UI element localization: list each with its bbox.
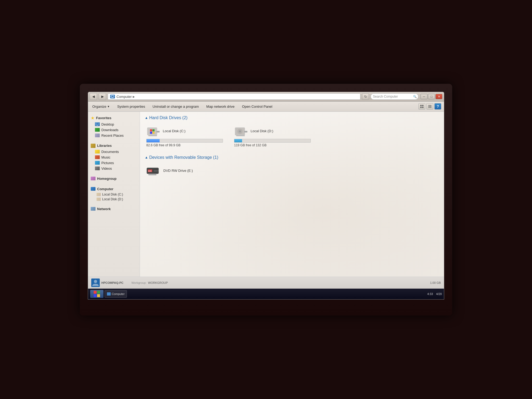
network-label: Network [97, 207, 111, 211]
computer-info-bar: HPCOMPAQ-PC Workgroup: WORKGROUP 1.00 GB [88, 277, 444, 289]
network-icon [91, 207, 95, 211]
computer-nav-label: Computer [97, 187, 113, 191]
local-c-label: Local Disk (C:) [102, 193, 123, 196]
sidebar-subitem-local-d[interactable]: Local Disk (D:) [88, 197, 140, 202]
sidebar: ★ Favorites Desktop [88, 112, 140, 277]
libraries-header[interactable]: Libraries [88, 143, 140, 149]
downloads-icon [95, 128, 100, 132]
local-c-icon [97, 193, 101, 196]
favorites-header[interactable]: ★ Favorites [88, 114, 140, 122]
drive-c-label: Local Disk (C:) [163, 129, 185, 133]
recent-label: Recent Places [101, 134, 124, 138]
minimize-button[interactable]: ─ [421, 94, 427, 99]
svg-rect-23 [236, 135, 245, 136]
downloads-label: Downloads [101, 128, 118, 132]
svg-point-34 [94, 280, 97, 283]
libraries-icon [91, 144, 95, 148]
pictures-icon [95, 161, 100, 165]
sidebar-item-documents[interactable]: Documents [88, 149, 140, 155]
sidebar-computer-section: Computer Local Disk (C:) Local Disk (D:) [88, 186, 140, 202]
libraries-label: Libraries [97, 144, 112, 148]
svg-rect-9 [96, 123, 99, 125]
svg-rect-16 [152, 132, 155, 134]
sidebar-subitem-local-c[interactable]: Local Disk (C:) [88, 192, 140, 197]
system-properties-button[interactable]: System properties [116, 104, 147, 109]
breadcrumb-computer[interactable]: Computer [117, 95, 132, 99]
svg-rect-32 [148, 174, 156, 175]
computer-name: HPCOMPAQ-PC [101, 281, 123, 284]
music-icon [95, 155, 100, 159]
drive-c-item[interactable]: Local Disk (C:) 82.6 GB free of 99.9 GB [145, 124, 225, 149]
help-button[interactable]: ? [434, 103, 441, 110]
drive-c-bar [146, 139, 223, 143]
back-button[interactable]: ◀ [90, 93, 97, 100]
start-button[interactable] [90, 290, 103, 298]
sidebar-libraries-section: Libraries Documents Music Pictures [88, 143, 140, 171]
favorites-star-icon: ★ [91, 115, 94, 120]
sidebar-item-desktop[interactable]: Desktop [88, 122, 140, 127]
svg-rect-10 [97, 125, 98, 126]
taskbar: Computer 4:33 4/20 [88, 289, 444, 299]
local-d-icon [97, 198, 101, 201]
desktop-icon [95, 122, 100, 126]
svg-rect-3 [422, 105, 423, 106]
svg-rect-12 [148, 128, 156, 135]
sidebar-item-videos[interactable]: Videos [88, 166, 140, 171]
taskbar-date: 4/20 [436, 292, 442, 296]
drive-d-item[interactable]: Local Disk (D:) 119 GB free of 132 GB [232, 124, 312, 149]
dvd-drive-item[interactable]: DVD DVD RW Drive (E:) [145, 164, 214, 178]
pictures-label: Pictures [101, 161, 114, 165]
user-info: HPCOMPAQ-PC [91, 279, 123, 287]
sidebar-homegroup-section: Homegroup [88, 176, 140, 182]
close-button[interactable]: ✕ [435, 94, 442, 99]
sidebar-item-downloads[interactable]: Downloads [88, 127, 140, 133]
drive-d-fill [234, 139, 242, 142]
svg-rect-4 [420, 107, 422, 108]
map-network-button[interactable]: Map network drive [205, 104, 236, 109]
workgroup-info: Workgroup: WORKGROUP [131, 281, 168, 284]
open-control-panel-button[interactable]: Open Control Panel [240, 104, 274, 109]
search-input[interactable]: Search Computer [371, 93, 418, 100]
svg-rect-35 [94, 291, 97, 294]
drive-c-header: Local Disk (C:) [146, 126, 223, 137]
monitor-bezel: ◀ ▶ Computer ▶ ↻ [80, 84, 452, 315]
organize-button[interactable]: Organize ▼ [91, 104, 111, 109]
network-header[interactable]: Network [88, 206, 140, 212]
search-icon: 🔍 [413, 95, 417, 98]
uninstall-button[interactable]: Uninstall or change a program [151, 104, 200, 109]
svg-rect-0 [111, 95, 114, 97]
forward-button[interactable]: ▶ [99, 93, 106, 100]
maximize-button[interactable]: □ [428, 94, 435, 99]
svg-point-22 [239, 130, 241, 132]
title-bar-left: ◀ ▶ Computer ▶ ↻ [90, 93, 418, 100]
sidebar-item-recent[interactable]: Recent Places [88, 133, 140, 138]
music-label: Music [101, 155, 110, 159]
dvd-drive-icon: DVD [146, 165, 160, 176]
svg-rect-6 [428, 105, 431, 106]
toolbar-right: ? [418, 103, 441, 110]
hard-drives-header: ▲ Hard Disk Drives (2) [145, 115, 439, 120]
taskbar-explorer-item[interactable]: Computer [105, 290, 127, 298]
address-bar[interactable]: Computer ▶ [108, 93, 360, 100]
favorites-label: Favorites [96, 116, 111, 120]
search-placeholder: Search Computer [373, 95, 398, 98]
svg-rect-2 [420, 105, 422, 106]
view-options-button[interactable] [418, 103, 425, 110]
computer-header[interactable]: Computer [88, 186, 140, 192]
svg-rect-29 [154, 170, 157, 171]
taskbar-explorer-icon [107, 292, 111, 296]
svg-rect-15 [150, 132, 152, 134]
sidebar-item-pictures[interactable]: Pictures [88, 160, 140, 166]
taskbar-time: 4:33 [427, 292, 433, 296]
view-details-button[interactable] [426, 103, 433, 110]
desktop-label: Desktop [101, 122, 114, 126]
breadcrumb-arrow: ▶ [133, 95, 135, 98]
refresh-button[interactable]: ↻ [362, 93, 369, 100]
sidebar-favorites-section: ★ Favorites Desktop [88, 114, 140, 138]
taskbar-explorer-label: Computer [112, 292, 124, 296]
documents-label: Documents [101, 150, 119, 154]
sidebar-item-music[interactable]: Music [88, 155, 140, 160]
homegroup-header[interactable]: Homegroup [88, 176, 140, 182]
homegroup-label: Homegroup [97, 177, 117, 181]
svg-text:DVD: DVD [148, 170, 152, 172]
